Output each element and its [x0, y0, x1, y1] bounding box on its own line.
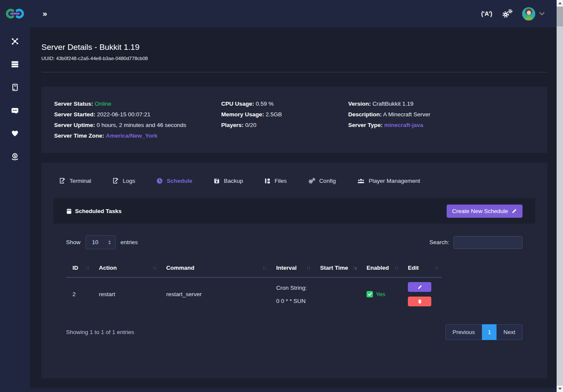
pencil-icon [417, 285, 422, 290]
sort-icon[interactable]: ↑↓ [353, 265, 357, 270]
enabled-value: Yes [376, 291, 385, 297]
server-status-label: Server Status: [54, 101, 93, 107]
tab-label: Backup [224, 178, 243, 184]
sort-icon[interactable]: ↑↓ [435, 265, 439, 270]
server-timezone-link[interactable]: America/New_York [106, 133, 157, 139]
search-label: Search: [429, 239, 449, 245]
server-uptime-label: Server Uptime: [54, 122, 95, 128]
cell-id: 2 [66, 277, 92, 311]
tab-terminal[interactable]: Terminal [59, 177, 91, 184]
server-started-value: 2022-06-15 00:07:21 [97, 111, 150, 118]
scrollbar[interactable] [557, 0, 563, 392]
description-value: A Minecraft Server [383, 111, 430, 118]
language-icon[interactable]: ('A') [481, 10, 492, 17]
panel-title: Scheduled Tasks [75, 208, 121, 214]
cell-enabled: Yes [360, 277, 401, 311]
sort-icon[interactable]: ↑↓ [394, 265, 398, 270]
save-icon [214, 178, 220, 184]
user-profile-menu[interactable] [522, 7, 545, 20]
cell-command: restart_server [160, 277, 270, 311]
delete-schedule-button[interactable] [408, 297, 431, 306]
tab-label: Player Management [369, 178, 420, 184]
svg-text:$: $ [14, 154, 16, 158]
players-label: Players: [221, 122, 244, 128]
entries-info: Showing 1 to 1 of 1 entries [66, 329, 134, 335]
scheduled-tasks-header: Scheduled Tasks Create New Schedule [53, 198, 535, 224]
server-uptime-value: 0 hours, 2 minutes and 46 seconds [97, 122, 186, 128]
entries-label: entries [121, 239, 138, 245]
server-type-label: Server Type: [348, 122, 383, 128]
select-arrows-icon [108, 240, 111, 245]
discord-icon[interactable] [11, 107, 19, 114]
page-title: Server Details - Bukkit 1.19 [41, 43, 547, 52]
sidebar: $ [0, 0, 30, 392]
scroll-down-arrow[interactable] [557, 386, 563, 392]
tab-schedule[interactable]: Schedule [156, 178, 192, 184]
cell-action: restart [92, 277, 160, 311]
previous-page-button[interactable]: Previous [445, 324, 482, 340]
column-header-edit[interactable]: Edit↑↓ [401, 258, 442, 277]
file-edit-icon [113, 177, 119, 184]
tab-player-management[interactable]: Player Management [357, 178, 420, 184]
server-started-label: Server Started: [54, 111, 95, 118]
sidebar-expand-icon[interactable]: » [43, 9, 47, 18]
memory-usage-label: Memory Usage: [221, 111, 264, 118]
tab-logs[interactable]: Logs [113, 177, 135, 184]
support-heart-icon[interactable] [11, 130, 19, 137]
cell-start-time [314, 277, 360, 311]
tab-label: Config [319, 178, 336, 184]
server-status-value: Online [95, 101, 111, 107]
column-header-command[interactable]: Command↑↓ [160, 258, 270, 277]
column-header-interval[interactable]: Interval↑↓ [270, 258, 314, 277]
schedules-table: ID↑↓ Action↑↓ Command↑↓ Interval↑↓ Start… [66, 258, 523, 311]
settings-gears-icon[interactable] [502, 9, 513, 19]
servers-icon[interactable] [11, 61, 19, 68]
top-navbar: » ('A') [30, 0, 557, 27]
scroll-up-arrow[interactable] [557, 0, 563, 6]
column-header-start-time[interactable]: Start Time↑↓ [314, 258, 360, 277]
tab-label: Logs [123, 178, 135, 184]
create-new-schedule-button[interactable]: Create New Schedule [447, 205, 523, 218]
avatar [522, 7, 535, 20]
file-edit-icon [59, 177, 66, 184]
server-info-card: Server Status: Online Server Started: 20… [41, 86, 547, 153]
crafty-logo[interactable] [0, 0, 30, 27]
memory-usage-value: 2.5GB [266, 111, 282, 118]
version-label: Version: [348, 101, 371, 107]
column-header-enabled[interactable]: Enabled↑↓ [360, 258, 401, 277]
column-header-action[interactable]: Action↑↓ [92, 258, 160, 277]
server-type-link[interactable]: minecraft-java [384, 122, 424, 128]
sort-icon[interactable]: ↑↓ [306, 265, 310, 270]
tab-bar: Terminal Logs Schedule [59, 177, 535, 184]
chevron-down-icon [539, 12, 545, 15]
enabled-checkbox-icon [367, 291, 373, 297]
clock-icon [156, 178, 163, 184]
page-length-select[interactable]: 10 [86, 235, 115, 249]
donate-icon[interactable]: $ [11, 153, 19, 160]
table-row: 2 restart restart_server Cron String: 0 … [66, 277, 442, 311]
cpu-usage-value: 0.59 % [256, 101, 274, 107]
scrollbar-thumb[interactable] [557, 7, 563, 26]
hub-icon[interactable] [11, 37, 19, 45]
tab-files[interactable]: Files [264, 178, 287, 184]
cell-edit [401, 277, 442, 311]
column-header-id[interactable]: ID↑↓ [66, 258, 92, 277]
tab-backup[interactable]: Backup [214, 178, 243, 184]
main-content: Server Details - Bukkit 1.19 UUID: 43b0f… [30, 27, 557, 392]
next-page-button[interactable]: Next [497, 324, 523, 340]
players-value: 0/20 [245, 122, 256, 128]
sort-icon[interactable]: ↑↓ [153, 265, 156, 270]
documentation-icon[interactable] [11, 84, 19, 91]
server-uuid: UUID: 43b0f248-c2a5-44e8-b3ae-0480d778cb… [41, 56, 547, 61]
page-length-value: 10 [92, 239, 98, 245]
tab-config[interactable]: Config [308, 178, 336, 184]
search-input[interactable] [453, 236, 523, 249]
calendar-icon [66, 208, 72, 214]
create-button-label: Create New Schedule [452, 208, 508, 214]
sort-icon[interactable]: ↑↓ [85, 265, 89, 270]
edit-schedule-button[interactable] [408, 282, 431, 292]
page-number-button[interactable]: 1 [482, 324, 497, 340]
table-footer: Showing 1 to 1 of 1 entries Previous 1 N… [66, 324, 523, 340]
sort-icon[interactable]: ↑↓ [263, 265, 266, 270]
divider [41, 72, 547, 72]
